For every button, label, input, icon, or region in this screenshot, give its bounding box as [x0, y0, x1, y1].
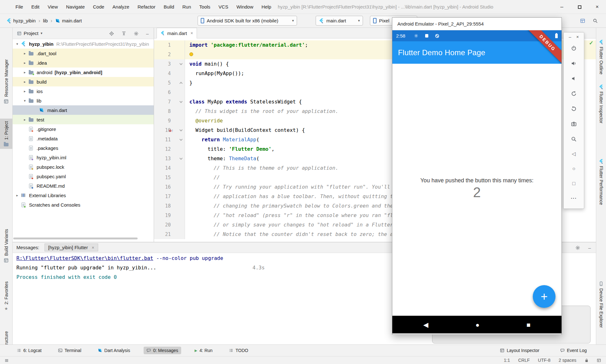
more-button[interactable]: ··· [571, 196, 577, 201]
gutter[interactable]: 16 [154, 182, 185, 192]
screenshot-button[interactable] [571, 121, 577, 127]
toolwindow-button-event-log[interactable]: Event Log [557, 347, 590, 354]
search-icon[interactable] [593, 18, 598, 23]
window-maximize-button[interactable] [571, 0, 588, 14]
breadcrumb-item-hyzp-yibin[interactable]: hyzp_yibin [6, 18, 36, 23]
tree-item-idea[interactable]: ▸.idea [13, 58, 154, 68]
tree-chevron-icon[interactable]: ▸ [22, 89, 27, 93]
tree-item-scratches-and-consoles[interactable]: Scratches and Consoles [13, 200, 154, 209]
gutter[interactable]: 4 [154, 69, 185, 78]
tree-item-hyzp-yibin[interactable]: ▾hyzp_yibinR:\FlutterProject\FlutterProj… [13, 39, 154, 49]
menu-build[interactable]: Build [159, 0, 178, 14]
run-config-selector[interactable]: main.dart ▾ [316, 16, 363, 26]
stripe-item-flutter-outline[interactable]: Flutter Outline [596, 37, 606, 77]
tree-chevron-icon[interactable]: ▸ [22, 80, 27, 84]
gutter[interactable]: 18 [154, 201, 185, 211]
line-endings[interactable]: CRLF [518, 358, 530, 363]
editor-tab-main-dart[interactable]: main.dart [157, 28, 197, 38]
tree-item-pubspec-yaml[interactable]: pubspec.yaml [13, 172, 154, 181]
menu-analyze[interactable]: Analyze [108, 0, 133, 14]
device-selector[interactable]: Android SDK built for x86 (mobile) ▾ [198, 16, 297, 26]
breadcrumb-item-main-dart[interactable]: main.dart [55, 18, 82, 23]
tree-item-ios[interactable]: ▸ios [13, 86, 154, 96]
toolwindow-button-0-messages[interactable]: 0: Messages [144, 347, 181, 354]
file-encoding[interactable]: UTF-8 [538, 358, 550, 363]
locate-file-icon[interactable] [109, 31, 114, 36]
lock-icon[interactable] [585, 358, 589, 362]
horizontal-scrollbar[interactable] [13, 238, 138, 239]
tree-item-test[interactable]: ▸test [13, 115, 154, 124]
emulator-title-bar[interactable]: Android Emulator - Pixel_2_API_29:5554 [392, 18, 561, 30]
console-link[interactable]: R:\Flutter\FlutterSDK\flutter\bin\flutte… [16, 255, 153, 261]
indent-setting[interactable]: 2 spaces [559, 358, 576, 363]
tree-chevron-icon[interactable]: ▸ [22, 61, 27, 65]
override-marker-icon[interactable]: ↑ [169, 126, 174, 135]
toolwindow-button-6-logcat[interactable]: 6: Logcat [14, 347, 45, 354]
gutter[interactable]: 21 [154, 230, 185, 239]
menu-window[interactable]: Window [232, 0, 257, 14]
fold-marker-icon[interactable] [180, 128, 183, 132]
gutter[interactable]: 2 [154, 50, 185, 59]
zoom-button[interactable] [571, 136, 577, 142]
tree-chevron-icon[interactable]: ▸ [22, 70, 27, 74]
fab-button[interactable]: + [533, 285, 556, 308]
gutter[interactable]: 13 [154, 154, 185, 163]
tree-item-android[interactable]: ▸android[hyzp_yibin_android] [13, 68, 154, 77]
inspection-ok-icon[interactable] [589, 40, 593, 46]
tree-item-packages[interactable]: .packages [13, 143, 154, 153]
android-home-button[interactable] [475, 321, 479, 328]
toolwindow-button-dart-analysis[interactable]: Dart Analysis [95, 347, 133, 354]
fold-marker-icon[interactable] [180, 138, 183, 141]
gutter[interactable]: 10↑ [154, 126, 185, 135]
hide-panel-icon[interactable]: – [146, 31, 149, 36]
menu-help[interactable]: Help [258, 0, 276, 14]
toolwindow-button-layout-inspector[interactable]: Layout Inspector [497, 347, 542, 354]
toolwindow-button-terminal[interactable]: Terminal [55, 347, 84, 354]
gutter[interactable]: 7 [154, 97, 185, 107]
tree-item-lib[interactable]: ▾lib [13, 96, 154, 105]
gutter[interactable]: 11 [154, 135, 185, 144]
tree-item-hyzp-yibin-iml[interactable]: hyzp_yibin.iml [13, 153, 154, 162]
menu-navigate[interactable]: Navigate [62, 0, 89, 14]
stripe-item-2-favorites[interactable]: 2: Favorites★ [0, 279, 12, 313]
gutter[interactable]: 20 [154, 220, 185, 230]
fold-marker-icon[interactable] [180, 157, 183, 160]
tree-item-main-dart[interactable]: main.dart [13, 105, 154, 115]
intention-bulb-icon[interactable] [189, 52, 193, 56]
hide-panel-icon[interactable]: – [588, 245, 591, 250]
tree-item-readme-md[interactable]: README.md [13, 181, 154, 191]
caret-position[interactable]: 1:1 [504, 358, 510, 363]
highlighting-level-icon[interactable] [597, 358, 601, 362]
stripe-item-device-file-explorer[interactable]: Device File Explorer [596, 279, 606, 330]
messages-tab-flutter[interactable]: [hyzp_yibin] Flutter [45, 244, 98, 251]
gear-icon[interactable] [134, 31, 139, 36]
stripe-item-build-variants[interactable]: Build Variants [0, 226, 12, 265]
gutter[interactable]: 15 [154, 173, 185, 182]
stripe-item-resource-manager[interactable]: Resource Manager [0, 57, 12, 106]
fold-marker-icon[interactable] [180, 62, 183, 65]
android-back-button[interactable] [423, 321, 428, 328]
back-button[interactable]: ◁ [572, 151, 576, 157]
toolwindow-button-todo[interactable]: TODO [226, 347, 251, 354]
toolwindow-button-4-run[interactable]: ▶4: Run [192, 347, 216, 354]
power-button[interactable] [571, 45, 577, 51]
overview-button[interactable]: □ [572, 181, 575, 186]
menu-code[interactable]: Code [89, 0, 108, 14]
volume-down-button[interactable] [571, 75, 577, 81]
close-icon[interactable] [576, 35, 579, 39]
menu-edit[interactable]: Edit [27, 0, 44, 14]
window-close-button[interactable]: × [588, 0, 606, 14]
project-panel-title[interactable]: Project [24, 31, 39, 36]
gutter[interactable]: 1 [154, 40, 185, 50]
window-minimize-button[interactable]: – [553, 0, 571, 14]
gutter[interactable]: 14 [154, 163, 185, 173]
gutter[interactable]: 17 [154, 192, 185, 201]
tree-item-gitignore[interactable]: .gitignore [13, 124, 154, 134]
menu-file[interactable]: File [11, 0, 27, 14]
tree-item-pubspec-lock[interactable]: pubspec.lock [13, 162, 154, 172]
menu-view[interactable]: View [44, 0, 62, 14]
breadcrumb-item-lib[interactable]: lib [43, 18, 48, 23]
android-overview-button[interactable] [526, 321, 531, 328]
tree-chevron-icon[interactable]: ▾ [22, 99, 27, 103]
tree-item-metadata[interactable]: .metadata [13, 134, 154, 143]
